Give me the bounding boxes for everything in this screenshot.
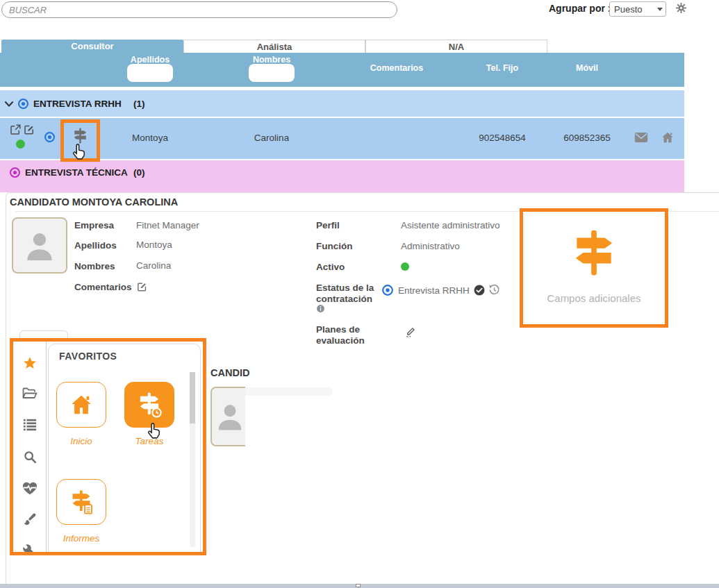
field-value-funcion: Administrativo (401, 241, 460, 251)
tasks-signpost-clock-icon (135, 390, 164, 419)
search-input[interactable] (1, 1, 397, 18)
check-circle-icon[interactable] (473, 284, 486, 296)
target-icon[interactable] (44, 131, 56, 143)
group-count: (1) (133, 99, 145, 109)
field-value-perfil: Asistente administrativo (401, 220, 500, 230)
group-title: ENTREVISTA RRHH (33, 99, 122, 109)
field-label-nombres: Nombres (74, 261, 115, 272)
field-label-activo: Activo (316, 262, 345, 273)
field-label-perfil: Perfil (316, 220, 340, 231)
divider (245, 387, 332, 396)
info-icon[interactable] (316, 304, 325, 313)
list-icon[interactable] (22, 418, 38, 432)
star-icon[interactable] (22, 355, 38, 371)
campos-adicionales-label: Campos adicionales (523, 292, 665, 304)
filter-nombres-input[interactable] (249, 64, 295, 82)
column-header-movil: Móvil (576, 63, 598, 73)
column-header-apellidos: Apellidos (131, 55, 170, 65)
column-header-comentarios: Comentarios (370, 63, 423, 73)
tab-label: Consultor (71, 41, 113, 51)
chevron-down-icon[interactable] (4, 100, 14, 108)
page-title-partial: CANDID (210, 367, 249, 378)
field-label-empresa: Empresa (74, 220, 114, 231)
search-icon[interactable] (22, 449, 38, 464)
edit-icon[interactable] (23, 124, 35, 136)
group-count: (0) (133, 167, 145, 178)
group-by-value: Puesto (614, 4, 642, 15)
tab-analista[interactable]: Análista (183, 40, 365, 53)
app-screen: Agrupar por : Puesto Consultor Análista … (0, 0, 719, 588)
filter-apellidos-input[interactable] (127, 64, 173, 82)
tab-label: N/A (449, 42, 464, 52)
home-icon (69, 392, 94, 417)
signpost-icon (568, 227, 620, 278)
divider (46, 342, 47, 552)
favorite-tile-informes[interactable] (56, 479, 106, 525)
scrollbar-thumb[interactable] (190, 372, 195, 423)
reports-signpost-doc-icon (67, 488, 95, 516)
edit-comment-icon[interactable] (136, 281, 148, 293)
field-value-estatus: Entrevista RRHH (398, 285, 470, 296)
field-label-planes: Planes de evaluación (316, 324, 372, 346)
field-value-nombres: Carolina (136, 260, 171, 271)
edit-pencil-icon[interactable] (404, 324, 418, 339)
column-header-nombres: Nombres (253, 55, 290, 65)
cell-apellidos: Montoya (132, 133, 168, 143)
target-icon (381, 284, 394, 296)
page-title: CANDIDATO MONTOYA CAROLINA (10, 196, 178, 208)
cell-nombres: Carolina (254, 133, 289, 143)
wrench-icon[interactable] (22, 543, 38, 555)
tab-na[interactable]: N/A (365, 40, 547, 53)
home-icon[interactable] (661, 131, 675, 144)
avatar (12, 217, 67, 274)
favorite-label-informes: Informes (56, 533, 107, 544)
field-label-apellidos: Apellidos (74, 240, 117, 251)
avatar-clipped (210, 387, 245, 449)
status-dot-active (16, 140, 25, 149)
settings-gear-icon[interactable] (675, 2, 687, 14)
favorites-title: FAVORITOS (59, 351, 117, 362)
hand-cursor-icon (69, 139, 90, 161)
field-value-empresa: Fitnet Manager (136, 220, 199, 230)
group-by-select[interactable]: Puesto (609, 1, 666, 17)
hand-cursor-icon (144, 418, 165, 440)
folder-open-icon[interactable] (22, 386, 38, 401)
favorite-label-inicio: Inicio (56, 436, 107, 446)
favorite-tile-inicio[interactable] (56, 382, 106, 428)
field-label-estatus: Estatus de la contratación (316, 283, 377, 305)
history-icon[interactable] (488, 283, 501, 296)
target-icon (17, 98, 29, 110)
heart-pulse-icon[interactable] (22, 480, 38, 496)
paintbrush-icon[interactable] (22, 512, 38, 527)
scrollbar-handle[interactable] (356, 584, 361, 587)
campos-adicionales-card[interactable]: Campos adicionales (520, 208, 668, 328)
column-header-tel-fijo: Tel. Fijo (486, 63, 518, 73)
field-label-comentarios: Comentarios (74, 282, 132, 293)
field-value-apellidos: Montoya (136, 240, 172, 250)
favorites-popup: FAVORITOS Inicio Tareas (10, 338, 206, 555)
cell-movil: 609852365 (563, 133, 611, 143)
mail-icon[interactable] (634, 132, 648, 143)
group-by-label: Agrupar por : (549, 3, 611, 14)
field-label-funcion: Función (316, 241, 353, 252)
tab-consultor[interactable]: Consultor (1, 40, 183, 53)
cell-tel-fijo: 902548654 (479, 133, 526, 143)
group-title: ENTREVISTA TÉCNICA (25, 167, 128, 178)
chevron-down-icon (657, 8, 663, 11)
target-icon (9, 167, 21, 178)
status-dot-active (401, 262, 409, 271)
open-external-icon[interactable] (9, 124, 22, 136)
tab-label: Análista (257, 42, 292, 52)
